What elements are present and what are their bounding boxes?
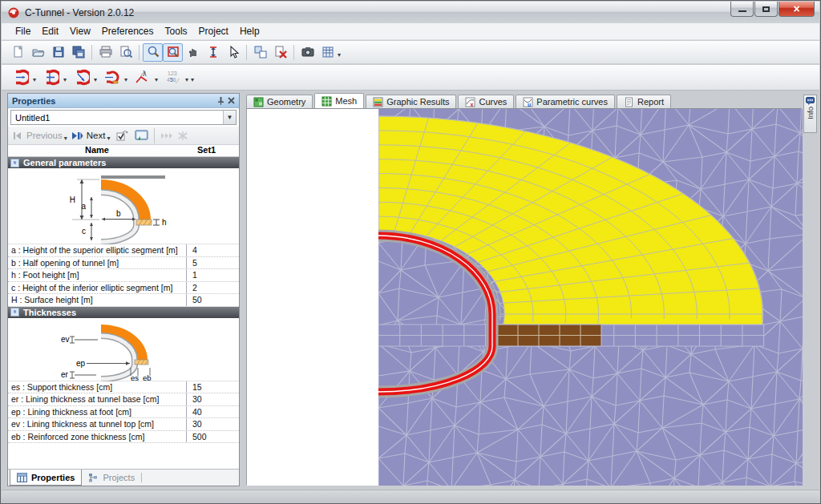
next-dropdown-icon[interactable]: ▾ — [107, 135, 110, 142]
maximize-button[interactable] — [754, 2, 778, 17]
panel-close-button[interactable] — [228, 97, 235, 104]
lambda-curves-icon: λ — [134, 69, 151, 86]
mesh-viewport[interactable] — [246, 108, 802, 485]
open-button[interactable] — [28, 43, 48, 62]
param-value[interactable]: 2 — [186, 282, 239, 294]
tab-parametric-curves[interactable]: u Parametric curves — [516, 95, 615, 108]
open-icon — [32, 46, 45, 58]
tunnel-section-3-button[interactable] — [69, 67, 94, 88]
previous-button[interactable] — [13, 131, 23, 140]
new-icon — [12, 46, 25, 58]
select-button[interactable] — [223, 43, 243, 62]
previous-dropdown-icon[interactable]: ▾ — [64, 135, 67, 142]
param-label: ep : Lining thickness at foot [cm] — [8, 407, 186, 417]
numbering-dropdown-icon[interactable]: ▾ — [185, 76, 188, 83]
param-value[interactable]: 30 — [186, 393, 239, 405]
menu-project[interactable]: Project — [193, 24, 234, 38]
tunnel-section-3-dropdown-icon[interactable]: ▾ — [94, 76, 97, 83]
param-value[interactable]: 30 — [186, 418, 239, 430]
tab-graphic-results[interactable]: Graphic Results — [366, 95, 456, 108]
menu-file[interactable]: File — [10, 24, 36, 38]
svg-text:h: h — [162, 218, 167, 227]
menu-preferences[interactable]: Preferences — [96, 24, 160, 38]
tunnel-section-2-icon — [42, 69, 59, 86]
param-value[interactable]: 40 — [186, 406, 239, 418]
numbering-button[interactable]: 123456 — [160, 67, 185, 88]
tile-windows-button[interactable] — [250, 43, 270, 62]
save-button[interactable] — [48, 43, 68, 62]
data-table-button[interactable] — [317, 43, 338, 62]
apply-check-button[interactable] — [116, 130, 129, 141]
tab-info[interactable]: Info — [803, 95, 817, 133]
compute-button[interactable] — [177, 131, 189, 140]
svg-text:es: es — [131, 373, 139, 381]
menu-bar: File Edit View Preferences Tools Project… — [2, 23, 819, 40]
minimize-button[interactable] — [730, 2, 754, 17]
param-value[interactable]: 50 — [186, 294, 239, 306]
tunnel-section-1-icon — [12, 69, 29, 86]
tab-mesh[interactable]: Mesh — [314, 93, 364, 108]
save-all-button[interactable] — [68, 43, 88, 62]
save-icon — [52, 46, 65, 58]
tab-label: Geometry — [267, 97, 305, 107]
param-value[interactable]: 5 — [186, 257, 239, 269]
collapse-chevron-icon[interactable]: » — [10, 308, 19, 317]
param-value[interactable]: 500 — [186, 431, 239, 443]
fast-forward-button[interactable] — [160, 131, 174, 140]
application-window: C-Tunnel - Version 2.0.12 × File Edit Vi… — [0, 0, 821, 504]
snapshot-button[interactable] — [297, 43, 317, 62]
tunnel-support-button[interactable] — [99, 67, 124, 88]
measure-button[interactable] — [203, 43, 223, 62]
profile-selector-arrow[interactable]: ▼ — [223, 111, 236, 124]
menu-help[interactable]: Help — [234, 24, 265, 38]
param-value[interactable]: 1 — [186, 269, 239, 281]
tunnel-section-1-button[interactable] — [8, 67, 33, 88]
tunnel-section-2-dropdown-icon[interactable]: ▾ — [63, 76, 67, 83]
lambda-curves-dropdown-icon[interactable]: ▾ — [155, 76, 158, 83]
menu-tools[interactable]: Tools — [160, 24, 193, 38]
param-value[interactable]: 15 — [186, 381, 239, 393]
tunnel-section-1-dropdown-icon[interactable]: ▾ — [33, 76, 36, 83]
section-thicknesses[interactable]: » Thicknesses — [8, 307, 239, 318]
param-label: a : Height of the superior elliptic segm… — [8, 245, 186, 255]
previous-label[interactable]: Previous — [26, 131, 63, 140]
tab-geometry[interactable]: Geometry — [246, 95, 313, 108]
tunnel-section-3-icon — [73, 69, 90, 86]
close-button[interactable]: × — [779, 2, 815, 17]
run-view-button[interactable] — [134, 130, 148, 141]
profile-selector[interactable]: Untitled1 ▼ — [10, 110, 237, 125]
next-label[interactable]: Next — [87, 131, 106, 140]
tab-projects[interactable]: Projects — [82, 470, 141, 486]
tunnel-section-2-button[interactable] — [38, 67, 63, 88]
menu-edit[interactable]: Edit — [36, 24, 64, 38]
properties-panel-title: Properties — [12, 96, 55, 106]
zoom-region-button[interactable] — [163, 43, 183, 62]
tunnel-support-dropdown-icon[interactable]: ▾ — [124, 76, 127, 83]
param-value[interactable]: 4 — [186, 244, 239, 256]
print-preview-button[interactable] — [115, 43, 135, 62]
tunnel-toolbar: ▾▾▾▾λ▾123456▾▾ — [2, 65, 819, 91]
section-general-parameters[interactable]: » General parameters — [8, 157, 239, 168]
title-bar: C-Tunnel - Version 2.0.12 × — [2, 2, 819, 23]
tunnel-geometry-diagram: H a b c h — [8, 168, 239, 244]
menu-view[interactable]: View — [64, 24, 96, 38]
close-view-button[interactable] — [270, 43, 290, 62]
lambda-curves-button[interactable]: λ — [130, 67, 155, 88]
tab-curves[interactable]: x Curves — [458, 95, 514, 108]
next-button[interactable] — [71, 131, 83, 140]
tunnel-toolbar-overflow-icon[interactable]: ▾ — [191, 76, 194, 83]
pin-button[interactable] — [217, 96, 224, 105]
tab-report[interactable]: Report — [617, 95, 671, 108]
print-button[interactable] — [95, 43, 115, 62]
table-row: er : Lining thickness at tunnel base [cm… — [8, 393, 239, 406]
new-button[interactable] — [8, 43, 28, 62]
app-logo-icon — [7, 6, 20, 19]
toolbar-overflow-icon[interactable]: ▾ — [338, 51, 341, 58]
section-title: General parameters — [23, 158, 106, 167]
tab-properties[interactable]: Properties — [10, 470, 82, 486]
pan-button[interactable] — [183, 43, 203, 62]
collapse-chevron-icon[interactable]: » — [10, 159, 19, 167]
zoom-button[interactable] — [143, 43, 163, 62]
standard-toolbar: ▾ — [2, 41, 819, 64]
param-label: c : Height of the inferior elliptic segm… — [8, 283, 186, 292]
